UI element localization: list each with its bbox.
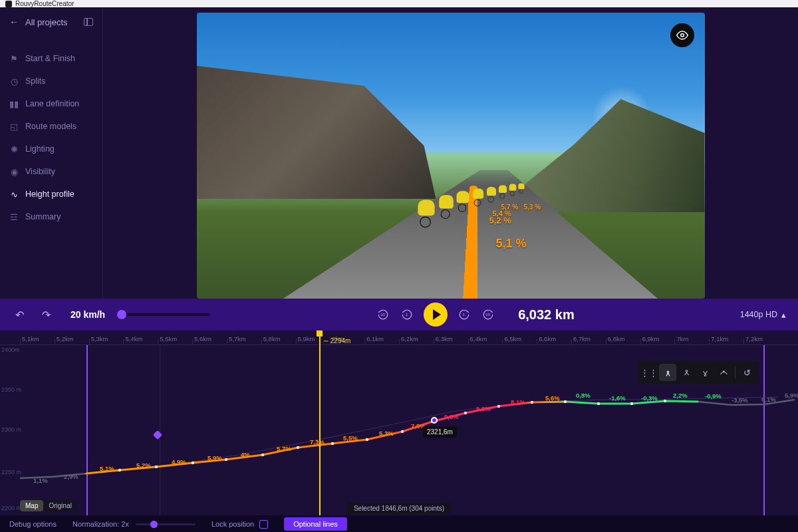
ruler-tick: 5,8km xyxy=(261,339,296,344)
svg-point-0 xyxy=(680,34,684,37)
optional-lines-button[interactable]: Optional lines xyxy=(284,517,347,531)
speed-slider[interactable] xyxy=(117,313,210,316)
gradient-segment-label: 4,9% xyxy=(172,458,186,466)
playhead-cursor[interactable]: ∼ 2294m xyxy=(319,331,321,515)
elevation-chart[interactable]: 2400m 2350 m 2300 m 2250 m 2200 m ∼ 2294… xyxy=(0,345,798,515)
svg-point-5 xyxy=(118,469,121,471)
sidebar-item-visibility[interactable]: ◉Visibility xyxy=(0,160,102,183)
chart-layer-toggle[interactable]: Map Original xyxy=(20,500,77,511)
back-arrow-icon[interactable]: ← xyxy=(9,17,19,27)
gradient-overlay-label: 5,3 % xyxy=(524,203,541,211)
transport-bar: ↶ ↷ 20 km/h 10 1 1 10 6,032 km 1440p HD … xyxy=(0,299,798,331)
ruler-tick: 6,3km xyxy=(434,339,468,344)
svg-point-21 xyxy=(664,400,666,402)
gradient-segment-label: 2,9% xyxy=(64,473,78,480)
tool-lower[interactable] xyxy=(696,364,714,381)
distance-ruler[interactable]: 5,1km5,2km5,3km5,4km5,5km5,6km5,7km5,8km… xyxy=(0,331,798,345)
svg-point-17 xyxy=(531,401,533,404)
jump-back-1-button[interactable]: 1 xyxy=(400,307,414,322)
sidebar-item-route-models[interactable]: ◱Route models xyxy=(0,115,102,138)
lock-position-checkbox[interactable] xyxy=(259,520,268,529)
gradient-segment-label: 5,5% xyxy=(343,434,358,442)
panel-toggle-icon[interactable] xyxy=(84,18,93,26)
jump-fwd-1-button[interactable]: 1 xyxy=(457,307,471,322)
svg-point-24 xyxy=(704,374,706,376)
svg-point-8 xyxy=(225,458,227,461)
tool-smooth[interactable] xyxy=(715,364,732,381)
app-icon xyxy=(5,1,12,7)
gradient-segment-label: 9,6% xyxy=(476,405,491,412)
tool-edit-point[interactable] xyxy=(659,364,676,381)
route-video-preview[interactable]: 5,1 % 5,2 % 5,4 % 5,7 % 5,3 % xyxy=(197,13,705,299)
sidebar-item-lighting[interactable]: ✺Lighting xyxy=(0,138,102,160)
lock-position-label: Lock position xyxy=(211,520,254,528)
sidebar-item-label: Start & Finish xyxy=(25,54,75,63)
ruler-tick: 6,5km xyxy=(502,339,537,344)
svg-point-11 xyxy=(331,442,334,445)
gradient-segment-label: 5,6% xyxy=(545,394,560,402)
svg-point-19 xyxy=(597,402,600,405)
gradient-segment-label: 5,9% xyxy=(207,454,222,462)
gradient-segment-label: 5,9% xyxy=(785,392,798,399)
profile-toolbar: ⋮⋮ ↺ xyxy=(638,361,758,384)
svg-point-6 xyxy=(155,466,158,468)
gradient-segment-label: 7,3% xyxy=(310,438,325,446)
play-button[interactable] xyxy=(424,303,448,327)
ruler-tick: 5,3km xyxy=(89,339,124,344)
svg-point-9 xyxy=(261,454,264,456)
gradient-segment-label: -1,6% xyxy=(609,394,626,402)
ruler-tick: 6,8km xyxy=(606,339,640,344)
gradient-segment-label: -0,9% xyxy=(705,392,722,400)
ruler-tick: 6,9km xyxy=(640,339,675,344)
sidebar-item-label: Splits xyxy=(25,76,46,86)
svg-text:10: 10 xyxy=(380,313,385,317)
cursor-elevation-label: ∼ 2294m xyxy=(323,337,350,344)
svg-text:10: 10 xyxy=(485,313,490,317)
sidebar-item-lane-definition[interactable]: ▮▮Lane definition xyxy=(0,92,102,115)
sidebar-item-start-finish[interactable]: ⚑Start & Finish xyxy=(0,47,102,70)
tool-reset[interactable]: ↺ xyxy=(738,364,755,381)
sidebar-item-summary[interactable]: ☲Summary xyxy=(0,205,102,228)
ruler-tick: 6,6km xyxy=(537,339,571,344)
trend-icon: ∿ xyxy=(9,190,19,199)
road-icon: ▮▮ xyxy=(9,99,19,108)
normalization-label: Normalization: 2x xyxy=(72,520,129,528)
ruler-tick: 6,7km xyxy=(571,339,606,344)
ruler-tick: 5,6km xyxy=(192,339,227,344)
gradient-overlay-label: 5,7 % xyxy=(501,203,519,211)
svg-point-22 xyxy=(667,371,669,373)
layer-map[interactable]: Map xyxy=(20,500,43,511)
selected-point-marker[interactable] xyxy=(431,417,438,424)
gradient-segment-label: 5,3% xyxy=(379,430,394,437)
gradient-segment-label: 8,1% xyxy=(511,398,525,406)
quality-selector[interactable]: 1440p HD ▴ xyxy=(740,310,786,320)
jump-fwd-10-button[interactable]: 10 xyxy=(481,307,495,322)
debug-options-label[interactable]: Debug options xyxy=(9,520,57,528)
tool-raise[interactable] xyxy=(678,364,695,381)
svg-text:1: 1 xyxy=(406,313,408,317)
ruler-tick: 7,1km xyxy=(709,339,743,344)
layer-original[interactable]: Original xyxy=(43,500,76,511)
svg-point-13 xyxy=(401,430,404,433)
sidebar-item-splits[interactable]: ◷Splits xyxy=(0,70,102,92)
normalization-slider[interactable] xyxy=(136,523,196,525)
sidebar-item-height-profile[interactable]: ∿Height profile xyxy=(0,183,102,205)
svg-point-15 xyxy=(464,412,467,414)
redo-button[interactable]: ↷ xyxy=(39,307,53,322)
ruler-tick: 6,1km xyxy=(364,339,399,344)
drag-handle-icon[interactable]: ⋮⋮ xyxy=(640,364,658,381)
gradient-segment-label: -3,5% xyxy=(732,396,748,404)
svg-point-20 xyxy=(630,402,633,405)
preview-visibility-toggle[interactable] xyxy=(670,23,694,47)
chevron-up-icon: ▴ xyxy=(781,310,786,320)
cube-icon: ◱ xyxy=(9,122,19,131)
gradient-segment-label: 1,1% xyxy=(33,477,48,484)
sidebar-item-label: Lane definition xyxy=(25,99,79,108)
jump-back-10-button[interactable]: 10 xyxy=(376,307,390,322)
video-preview-area: 5,1 % 5,2 % 5,4 % 5,7 % 5,3 % xyxy=(103,7,798,299)
y-axis-label: 2200 m xyxy=(1,505,21,511)
undo-button[interactable]: ↶ xyxy=(12,307,27,322)
svg-point-23 xyxy=(686,370,688,372)
gradient-segment-label: 5,7% xyxy=(277,445,291,452)
all-projects-link[interactable]: All projects xyxy=(25,17,68,27)
